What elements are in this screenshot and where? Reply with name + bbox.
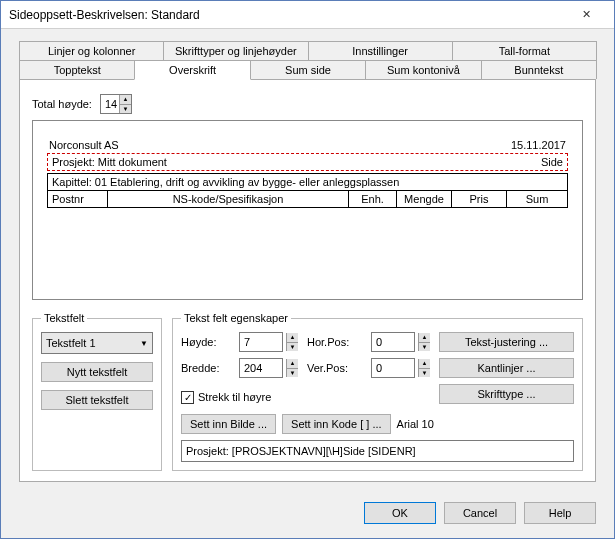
sett-inn-kode-button[interactable]: Sett inn Kode [ ] ... xyxy=(282,414,391,434)
col-pris: Pris xyxy=(452,191,507,207)
font-info-label: Arial 10 xyxy=(397,418,434,430)
col-enh: Enh. xyxy=(349,191,397,207)
tekstfelt-selected: Tekstfelt 1 xyxy=(46,337,96,349)
spinner-down-icon[interactable]: ▼ xyxy=(119,105,131,114)
spinner-down-icon[interactable]: ▼ xyxy=(286,369,298,378)
titlebar: Sideoppsett-Beskrivelsen: Standard ✕ xyxy=(1,1,614,29)
preview-project: Prosjekt: Mitt dokument xyxy=(52,156,167,168)
tab-overskrift[interactable]: Overskrift xyxy=(134,60,250,80)
preview-table-header: Postnr NS-kode/Spesifikasjon Enh. Mengde… xyxy=(47,190,568,208)
slett-tekstfelt-button[interactable]: Slett tekstfelt xyxy=(41,390,153,410)
verpos-spinner[interactable]: ▲▼ xyxy=(371,358,431,378)
horpos-input[interactable] xyxy=(371,332,415,352)
spinner-down-icon[interactable]: ▼ xyxy=(286,343,298,352)
tab-container: Linjer og kolonner Skrifttyper og linjeh… xyxy=(19,41,596,482)
close-icon[interactable]: ✕ xyxy=(566,3,606,27)
verpos-label: Ver.Pos: xyxy=(307,362,363,374)
dialog-footer: OK Cancel Help xyxy=(1,492,614,538)
chevron-down-icon: ▼ xyxy=(140,339,148,348)
col-postnr: Postnr xyxy=(48,191,108,207)
tab-tall-format[interactable]: Tall-format xyxy=(452,41,597,60)
properties-legend: Tekst felt egenskaper xyxy=(181,312,291,324)
help-button[interactable]: Help xyxy=(524,502,596,524)
spinner-up-icon[interactable]: ▲ xyxy=(286,359,298,369)
window-title: Sideoppsett-Beskrivelsen: Standard xyxy=(9,8,566,22)
tab-sum-side[interactable]: Sum side xyxy=(250,60,366,79)
kantlinjer-button[interactable]: Kantlinjer ... xyxy=(439,358,574,378)
tab-linjer-og-kolonner[interactable]: Linjer og kolonner xyxy=(19,41,164,60)
col-sum: Sum xyxy=(507,191,567,207)
tab-bunntekst[interactable]: Bunntekst xyxy=(481,60,597,79)
hoyde-input[interactable] xyxy=(239,332,283,352)
horpos-spinner[interactable]: ▲▼ xyxy=(371,332,431,352)
field-text-input[interactable]: Prosjekt: [PROSJEKTNAVN][\H]Side [SIDENR… xyxy=(181,440,574,462)
spinner-down-icon[interactable]: ▼ xyxy=(418,343,430,352)
total-height-spinner[interactable]: ▲▼ xyxy=(100,94,132,114)
hoyde-spinner[interactable]: ▲▼ xyxy=(239,332,299,352)
nytt-tekstfelt-button[interactable]: Nytt tekstfelt xyxy=(41,362,153,382)
bredde-input[interactable] xyxy=(239,358,283,378)
lower-panels: Tekstfelt Tekstfelt 1 ▼ Nytt tekstfelt S… xyxy=(32,312,583,471)
spinner-up-icon[interactable]: ▲ xyxy=(418,359,430,369)
tab-panel: Total høyde: ▲▼ Norconsult AS 15.11.2017… xyxy=(19,79,596,482)
spinner-up-icon[interactable]: ▲ xyxy=(286,333,298,343)
preview-area: Norconsult AS 15.11.2017 Prosjekt: Mitt … xyxy=(32,120,583,300)
spinner-down-icon[interactable]: ▼ xyxy=(418,369,430,378)
skrifttype-button[interactable]: Skrifttype ... xyxy=(439,384,574,404)
preview-company: Norconsult AS xyxy=(49,139,119,151)
tekst-justering-button[interactable]: Tekst-justering ... xyxy=(439,332,574,352)
tekstfelt-legend: Tekstfelt xyxy=(41,312,87,324)
verpos-input[interactable] xyxy=(371,358,415,378)
preview-side: Side xyxy=(541,156,563,168)
preview-project-box: Prosjekt: Mitt dokument Side xyxy=(47,153,568,171)
sett-inn-bilde-button[interactable]: Sett inn Bilde ... xyxy=(181,414,276,434)
strekk-label: Strekk til høyre xyxy=(198,391,271,403)
total-height-label: Total høyde: xyxy=(32,98,92,110)
strekk-checkbox[interactable]: ✓ xyxy=(181,391,194,404)
tab-topptekst[interactable]: Topptekst xyxy=(19,60,135,79)
tab-skrifttyper[interactable]: Skrifttyper og linjehøyder xyxy=(163,41,308,60)
dialog-content: Linjer og kolonner Skrifttyper og linjeh… xyxy=(1,29,614,492)
tab-sum-kontoniva[interactable]: Sum kontonivå xyxy=(365,60,481,79)
tekstfelt-combo[interactable]: Tekstfelt 1 ▼ xyxy=(41,332,153,354)
col-mengde: Mengde xyxy=(397,191,452,207)
preview-date: 15.11.2017 xyxy=(511,139,566,151)
bredde-spinner[interactable]: ▲▼ xyxy=(239,358,299,378)
dialog-window: Sideoppsett-Beskrivelsen: Standard ✕ Lin… xyxy=(0,0,615,539)
tekstfelt-group: Tekstfelt Tekstfelt 1 ▼ Nytt tekstfelt S… xyxy=(32,312,162,471)
col-nskode: NS-kode/Spesifikasjon xyxy=(108,191,349,207)
cancel-button[interactable]: Cancel xyxy=(444,502,516,524)
preview-chapter: Kapittel: 01 Etablering, drift og avvikl… xyxy=(47,173,568,190)
hoyde-label: Høyde: xyxy=(181,336,231,348)
ok-button[interactable]: OK xyxy=(364,502,436,524)
spinner-up-icon[interactable]: ▲ xyxy=(119,95,131,105)
properties-group: Tekst felt egenskaper Høyde: ▲▼ Hor.Pos:… xyxy=(172,312,583,471)
bredde-label: Bredde: xyxy=(181,362,231,374)
horpos-label: Hor.Pos: xyxy=(307,336,363,348)
tab-innstillinger[interactable]: Innstillinger xyxy=(308,41,453,60)
spinner-up-icon[interactable]: ▲ xyxy=(418,333,430,343)
field-text-value: Prosjekt: [PROSJEKTNAVN][\H]Side [SIDENR… xyxy=(186,445,416,457)
